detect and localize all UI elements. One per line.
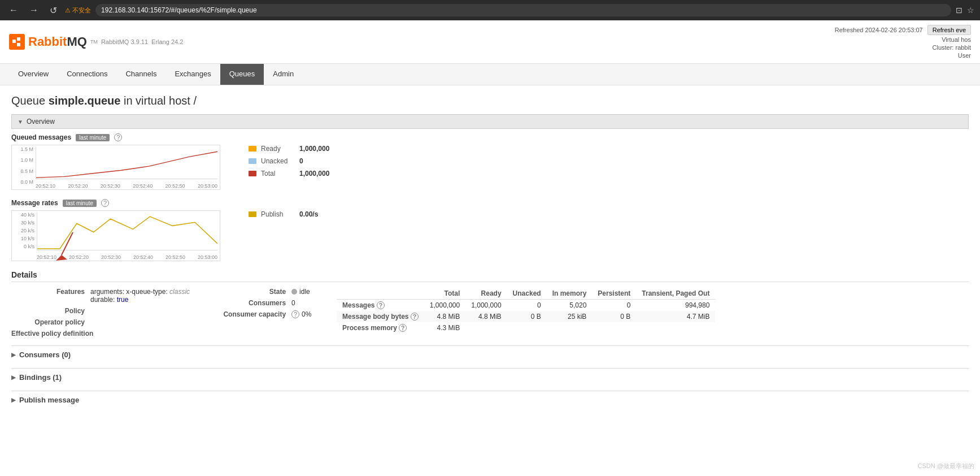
details-title: Details xyxy=(11,270,969,282)
publish-message-label: Publish message xyxy=(19,396,79,404)
col-transient: Transient, Paged Out xyxy=(636,288,715,300)
col-ready: Ready xyxy=(465,288,507,300)
body-bytes-help-icon[interactable]: ? xyxy=(411,313,419,321)
state-value: idle xyxy=(291,288,310,296)
body-bytes-persistent: 0 B xyxy=(592,311,636,322)
message-rates-legend: Publish 0.00/s xyxy=(237,210,969,223)
message-rates-title: Message rates xyxy=(11,199,58,207)
unacked-color xyxy=(249,158,256,164)
main-content: Queue simple.queue in virtual host / ▼ O… xyxy=(0,85,980,418)
message-rates-badge[interactable]: last minute xyxy=(63,200,97,207)
messages-unacked: 0 xyxy=(507,300,547,311)
tab-channels[interactable]: Channels xyxy=(116,64,165,85)
queued-messages-title-row: Queued messages last minute ? xyxy=(11,133,969,141)
app-header: RabbitMQ TM RabbitMQ 3.9.11 Erlang 24.2 … xyxy=(0,20,980,64)
queued-messages-badge[interactable]: last minute xyxy=(76,134,110,141)
publish-color xyxy=(249,211,256,217)
process-memory-transient xyxy=(636,322,715,334)
bindings-section: ▶ Bindings (1) xyxy=(11,368,969,386)
message-rates-canvas: 40 k/s 30 k/s 20 k/s 10 k/s 0 k/s xyxy=(11,210,220,261)
state-row: State idle xyxy=(212,288,314,296)
features-label: Features xyxy=(11,288,90,304)
process-memory-help-icon[interactable]: ? xyxy=(399,324,407,332)
operator-policy-row: Operator policy xyxy=(11,318,190,326)
details-middle: State idle Consumers 0 Consumer capacity… xyxy=(212,288,314,322)
operator-policy-label: Operator policy xyxy=(11,318,90,326)
message-rates-help-icon[interactable]: ? xyxy=(101,199,109,207)
queued-messages-canvas: 1.5 M 1.0 M 0.5 M 0.0 M 20:52: xyxy=(11,145,220,190)
consumers-value: 0 xyxy=(291,299,295,307)
consumer-capacity-label: Consumer capacity xyxy=(212,310,291,318)
publish-message-header[interactable]: ▶ Publish message xyxy=(11,391,969,409)
details-section: Details Features arguments: x-queue-type… xyxy=(11,270,969,341)
consumer-capacity-row: Consumer capacity ? 0% xyxy=(212,310,314,318)
queued-messages-help-icon[interactable]: ? xyxy=(114,133,122,141)
tab-queues[interactable]: Queues xyxy=(220,64,264,85)
stats-header-row: Total Ready Unacked In memory Persistent… xyxy=(337,288,715,300)
star-icon[interactable]: ☆ xyxy=(967,6,974,15)
policy-row: Policy xyxy=(11,307,190,315)
consumer-capacity-help-icon[interactable]: ? xyxy=(291,310,299,318)
svg-rect-0 xyxy=(12,40,16,43)
ready-value: 1,000,000 xyxy=(299,145,329,153)
queued-messages-chart: 1.5 M 1.0 M 0.5 M 0.0 M 20:52: xyxy=(11,145,226,190)
refresh-button[interactable]: Refresh eve xyxy=(927,25,971,35)
policy-label: Policy xyxy=(11,307,90,315)
message-rates-title-row: Message rates last minute ? xyxy=(11,199,969,207)
logo-area: RabbitMQ TM RabbitMQ 3.9.11 Erlang 24.2 xyxy=(9,34,183,50)
refreshed-time: Refreshed 2024-02-26 20:53:07 xyxy=(835,27,923,33)
body-bytes-unacked: 0 B xyxy=(507,311,547,322)
queued-messages-section: Queued messages last minute ? 1.5 M 1.0 … xyxy=(11,133,969,190)
unacked-value: 0 xyxy=(299,157,303,165)
url-bar[interactable] xyxy=(95,4,951,16)
process-memory-total: 4.3 MiB xyxy=(424,322,465,334)
trademark: TM xyxy=(90,39,98,45)
reload-button[interactable]: ↺ xyxy=(46,4,60,17)
state-dot xyxy=(291,289,297,295)
messages-help-icon[interactable]: ? xyxy=(377,301,385,309)
process-memory-unacked xyxy=(507,322,547,334)
tab-connections[interactable]: Connections xyxy=(58,64,116,85)
messages-persistent: 0 xyxy=(592,300,636,311)
publish-value: 0.00/s xyxy=(299,210,318,218)
consumers-header[interactable]: ▶ Consumers (0) xyxy=(11,346,969,364)
stats-table: Total Ready Unacked In memory Persistent… xyxy=(337,288,715,334)
bindings-header[interactable]: ▶ Bindings (1) xyxy=(11,369,969,386)
col-unacked: Unacked xyxy=(507,288,547,300)
message-rates-section: Message rates last minute ? 40 k/s 30 k/… xyxy=(11,199,969,261)
state-label: State xyxy=(212,288,291,296)
section-toggle-icon: ▼ xyxy=(18,119,23,125)
consumers-section: ▶ Consumers (0) xyxy=(11,345,969,364)
stats-row-process-memory: Process memory ? 4.3 MiB xyxy=(337,322,715,334)
browser-chrome: ← → ↺ ⚠ 不安全 ⊡ ☆ xyxy=(0,0,980,20)
queue-name: simple.queue xyxy=(49,94,121,107)
user-info: User xyxy=(958,52,971,59)
consumer-capacity-value: 0% xyxy=(302,310,311,318)
publish-expand-arrow: ▶ xyxy=(11,397,16,403)
nav-tabs: Overview Connections Channels Exchanges … xyxy=(0,64,980,85)
browser-icons: ⊡ ☆ xyxy=(956,6,974,15)
message-rates-chart-row: 40 k/s 30 k/s 20 k/s 10 k/s 0 k/s xyxy=(11,210,969,261)
legend-unacked: Unacked 0 xyxy=(249,157,969,165)
top-right-info: Refreshed 2024-02-26 20:53:07 Refresh ev… xyxy=(835,25,971,59)
rabbitmq-version: RabbitMQ 3.9.11 xyxy=(101,38,148,45)
process-memory-ready xyxy=(465,322,507,334)
bindings-section-label: Bindings (1) xyxy=(19,373,62,382)
forward-button[interactable]: → xyxy=(26,4,42,16)
back-button[interactable]: ← xyxy=(6,4,21,16)
body-bytes-transient: 4.7 MiB xyxy=(636,311,715,322)
body-bytes-total: 4.8 MiB xyxy=(424,311,465,322)
tab-admin[interactable]: Admin xyxy=(264,64,303,85)
tab-exchanges[interactable]: Exchanges xyxy=(165,64,220,85)
queued-messages-title: Queued messages xyxy=(11,133,71,141)
overview-section-header[interactable]: ▼ Overview xyxy=(11,114,969,129)
tab-overview[interactable]: Overview xyxy=(9,64,58,85)
messages-transient: 994,980 xyxy=(636,300,715,311)
col-in-memory: In memory xyxy=(547,288,593,300)
unacked-label: Unacked xyxy=(261,157,295,165)
svg-rect-1 xyxy=(17,37,20,41)
process-memory-in-memory xyxy=(547,322,593,334)
security-warning: ⚠ 不安全 xyxy=(65,6,91,15)
publish-message-section: ▶ Publish message xyxy=(11,391,969,409)
queued-messages-legend: Ready 1,000,000 Unacked 0 Total 1,000,00… xyxy=(237,145,969,182)
